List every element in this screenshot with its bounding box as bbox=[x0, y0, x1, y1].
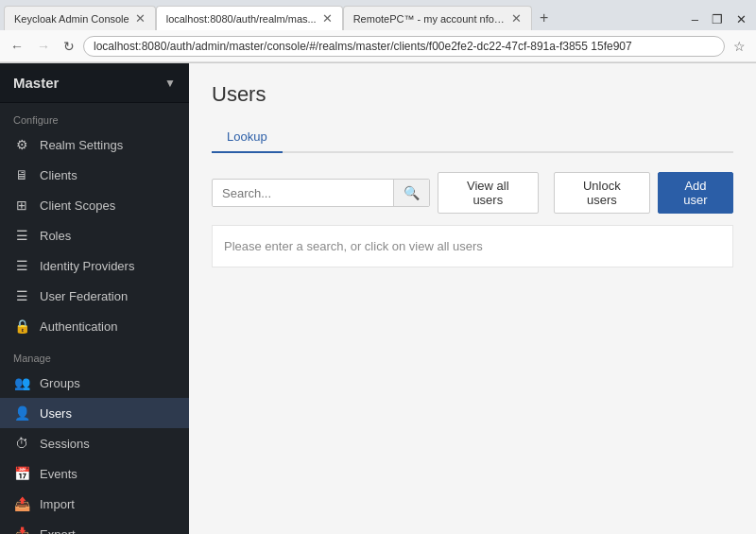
tabs-bar: Lookup bbox=[212, 122, 733, 153]
back-button[interactable]: ← bbox=[6, 37, 28, 56]
sidebar-item-identity-providers-label: Identity Providers bbox=[40, 259, 134, 273]
sidebar-item-roles-label: Roles bbox=[40, 229, 71, 243]
roles-icon: ☰ bbox=[13, 228, 30, 243]
search-button[interactable]: 🔍 bbox=[393, 180, 429, 206]
authentication-icon: 🔒 bbox=[13, 319, 30, 334]
sidebar-item-users-label: Users bbox=[40, 406, 72, 421]
unlock-users-button[interactable]: Unlock users bbox=[554, 172, 650, 214]
groups-icon: 👥 bbox=[13, 375, 30, 390]
sidebar-item-sessions[interactable]: ⏱ Sessions bbox=[0, 428, 189, 458]
sidebar-item-clients-label: Clients bbox=[40, 168, 77, 182]
configure-section-label: Configure bbox=[0, 103, 189, 129]
import-icon: 📤 bbox=[13, 496, 30, 511]
main-content: Users Lookup 🔍 View all users Unlock use… bbox=[189, 63, 756, 534]
realm-settings-icon: ⚙ bbox=[13, 137, 30, 152]
sidebar-item-realm-settings-label: Realm Settings bbox=[40, 138, 123, 152]
sidebar-item-client-scopes-label: Client Scopes bbox=[40, 198, 115, 213]
reload-button[interactable]: ↻ bbox=[59, 37, 79, 56]
browser-tab-1[interactable]: Keycloak Admin Console ✕ bbox=[4, 6, 156, 30]
sidebar-item-import-label: Import bbox=[40, 497, 75, 511]
tab-2-close[interactable]: ✕ bbox=[322, 11, 333, 26]
search-row: 🔍 View all users Unlock users Add user bbox=[212, 172, 733, 214]
sidebar: Master ▼ Configure ⚙ Realm Settings 🖥 Cl… bbox=[0, 63, 189, 534]
sidebar-item-groups[interactable]: 👥 Groups bbox=[0, 368, 189, 398]
realm-dropdown-icon: ▼ bbox=[164, 77, 176, 90]
sidebar-item-identity-providers[interactable]: ☰ Identity Providers bbox=[0, 250, 189, 281]
identity-providers-icon: ☰ bbox=[13, 258, 30, 273]
sessions-icon: ⏱ bbox=[13, 436, 30, 451]
export-icon: 📥 bbox=[13, 526, 30, 534]
sidebar-item-events-label: Events bbox=[40, 467, 77, 481]
view-all-users-button[interactable]: View all users bbox=[438, 172, 539, 214]
minimize-button[interactable]: – bbox=[686, 12, 704, 26]
sidebar-item-export[interactable]: 📥 Export bbox=[0, 519, 189, 534]
sidebar-item-export-label: Export bbox=[40, 527, 76, 535]
new-tab-button[interactable]: + bbox=[532, 6, 557, 30]
manage-section-label: Manage bbox=[0, 341, 189, 368]
sidebar-item-users[interactable]: 👤 Users bbox=[0, 398, 189, 428]
tab-1-close[interactable]: ✕ bbox=[135, 11, 146, 26]
url-bar[interactable] bbox=[83, 36, 725, 57]
close-button[interactable]: ✕ bbox=[730, 12, 752, 26]
tab-2-title: localhost:8080/auth/realm/mas... bbox=[166, 13, 317, 25]
tab-1-title: Keycloak Admin Console bbox=[14, 13, 129, 25]
search-box: 🔍 bbox=[212, 179, 430, 207]
sidebar-item-groups-label: Groups bbox=[40, 376, 80, 390]
browser-tab-3[interactable]: RemotePC™ - my account nfor... ✕ bbox=[343, 6, 532, 30]
clients-icon: 🖥 bbox=[13, 167, 30, 182]
browser-tab-2[interactable]: localhost:8080/auth/realm/mas... ✕ bbox=[156, 6, 343, 30]
sidebar-item-clients[interactable]: 🖥 Clients bbox=[0, 160, 189, 190]
sidebar-item-events[interactable]: 📅 Events bbox=[0, 458, 189, 489]
search-input[interactable] bbox=[213, 181, 393, 206]
tab-3-title: RemotePC™ - my account nfor... bbox=[353, 13, 506, 25]
realm-header[interactable]: Master ▼ bbox=[0, 63, 189, 103]
page-title: Users bbox=[212, 82, 733, 107]
realm-name: Master bbox=[13, 75, 59, 91]
sidebar-item-user-federation-label: User Federation bbox=[40, 289, 128, 303]
bookmark-button[interactable]: ☆ bbox=[729, 37, 750, 56]
sidebar-item-realm-settings[interactable]: ⚙ Realm Settings bbox=[0, 129, 189, 160]
sidebar-item-authentication-label: Authentication bbox=[40, 319, 117, 334]
sidebar-item-import[interactable]: 📤 Import bbox=[0, 489, 189, 519]
sidebar-item-sessions-label: Sessions bbox=[40, 437, 90, 451]
sidebar-item-authentication[interactable]: 🔒 Authentication bbox=[0, 311, 189, 341]
forward-button[interactable]: → bbox=[32, 37, 55, 56]
users-icon: 👤 bbox=[13, 405, 30, 421]
client-scopes-icon: ⊞ bbox=[13, 198, 30, 213]
sidebar-item-user-federation[interactable]: ☰ User Federation bbox=[0, 281, 189, 311]
empty-state-text: Please enter a search, or click on view … bbox=[212, 225, 733, 267]
sidebar-item-roles[interactable]: ☰ Roles bbox=[0, 220, 189, 250]
maximize-button[interactable]: ❐ bbox=[706, 12, 729, 26]
sidebar-item-client-scopes[interactable]: ⊞ Client Scopes bbox=[0, 190, 189, 220]
user-federation-icon: ☰ bbox=[13, 288, 30, 303]
tab-3-close[interactable]: ✕ bbox=[511, 11, 522, 26]
add-user-button[interactable]: Add user bbox=[658, 172, 733, 214]
events-icon: 📅 bbox=[13, 466, 30, 481]
tab-lookup[interactable]: Lookup bbox=[212, 122, 283, 153]
